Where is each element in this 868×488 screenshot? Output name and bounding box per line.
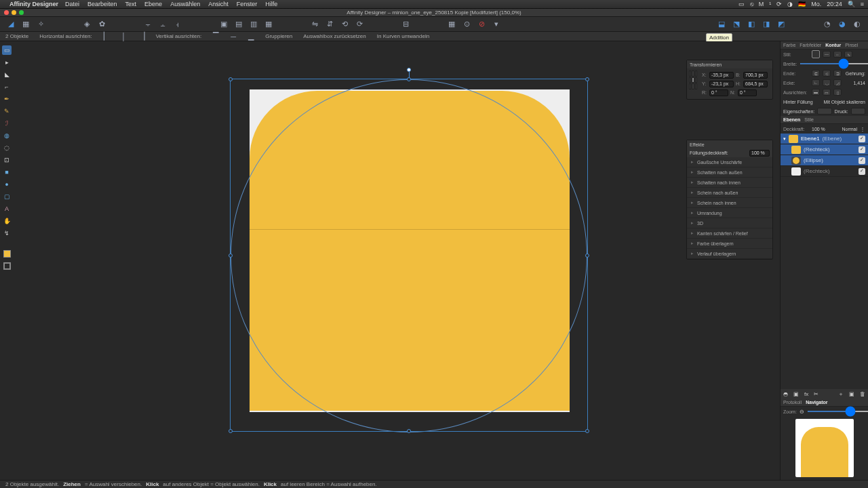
fill-tool[interactable]: ◍ [2, 131, 12, 140]
snap-grid-icon[interactable]: ▦ [446, 19, 457, 30]
blend-more-icon[interactable]: ⋮ [860, 126, 865, 132]
menu-hilfe[interactable]: Hilfe [265, 1, 277, 7]
scale-with-object-toggle[interactable]: Mit Objekt skalieren [824, 100, 865, 104]
stroke-none[interactable] [812, 50, 820, 58]
join-round[interactable]: ◡ [823, 79, 831, 86]
shape-rounded-body[interactable] [250, 91, 570, 411]
persona-export-icon[interactable]: ✧ [35, 19, 46, 30]
shape-tool[interactable]: ■ [2, 167, 12, 177]
add-layer-icon[interactable]: ＋ [838, 390, 844, 398]
toolbar-icon[interactable]: ◈ [81, 19, 92, 30]
adjustment-icon[interactable]: ▣ [793, 391, 799, 397]
layer-rect-bg[interactable]: (Rechteck) [781, 166, 868, 177]
fx-outer-shadow[interactable]: Schatten nach außen [687, 167, 772, 178]
menu-text[interactable]: Text [125, 1, 137, 7]
boolean-intersect-icon[interactable]: ◧ [746, 19, 757, 30]
view-icon[interactable]: ◔ [822, 19, 833, 30]
pan-tool[interactable]: ✋ [2, 216, 12, 226]
handle-sw[interactable] [229, 429, 233, 433]
zoom-out-icon[interactable]: ⊖ [800, 409, 804, 415]
menubar-icon[interactable]: ⎋ [750, 1, 753, 7]
stroke-width-slider[interactable] [800, 63, 868, 64]
flip-v-icon[interactable]: ⇵ [324, 19, 335, 30]
transform-h[interactable]: 684,5 px [743, 81, 768, 87]
align-center-icon[interactable]: ⫠ [157, 19, 168, 30]
tab-navigator[interactable]: Navigator [806, 400, 827, 405]
behind-fill-toggle[interactable]: Hinter Füllung [783, 100, 813, 104]
fx-inner-shadow[interactable]: Schatten nach innen [687, 178, 772, 188]
stroke-properties[interactable] [817, 108, 831, 115]
layer-ebene1[interactable]: ▾ Ebene1 (Ebene) [781, 134, 868, 144]
anchor-grid[interactable] [689, 70, 697, 89]
tab-protokoll[interactable]: Protokoll [783, 400, 802, 405]
menu-fenster[interactable]: Fenster [237, 1, 258, 7]
fill-swatch[interactable] [2, 249, 12, 258]
transform-s[interactable]: 0 ° [738, 89, 757, 96]
rotate-ccw-icon[interactable]: ⟲ [339, 19, 350, 30]
layer-opacity[interactable]: 100 % [812, 127, 825, 131]
menubar-icon[interactable]: ⟳ [776, 1, 782, 7]
rotation-handle[interactable] [407, 68, 411, 72]
align-right-icon[interactable]: ⫞ [172, 19, 183, 30]
menu-icon[interactable]: ≡ [861, 1, 864, 7]
effects-panel[interactable]: Effekte Füllungsdeckkraft: 100 % Gaußsch… [686, 140, 773, 260]
arrange-backward-icon[interactable]: ▤ [233, 19, 244, 30]
visibility-check[interactable] [859, 168, 865, 175]
tab-kontur[interactable]: Kontur [825, 43, 841, 47]
halign-left-icon[interactable]: ▏ [103, 33, 110, 40]
ellipse-tool[interactable]: ● [2, 180, 12, 189]
valign-mid-icon[interactable]: ─ [230, 33, 237, 40]
layer-ellipse[interactable]: (Ellipse) [781, 155, 868, 166]
boolean-xor-icon[interactable]: ◨ [761, 19, 772, 30]
visibility-check[interactable] [859, 157, 865, 164]
crop-tool[interactable]: ⊡ [2, 155, 12, 165]
snap-icon[interactable]: ⊙ [461, 19, 472, 30]
transform-y[interactable]: -23,1 px [709, 81, 734, 87]
handle-s[interactable] [407, 429, 411, 433]
transparency-tool[interactable]: ◌ [2, 143, 12, 152]
menu-datei[interactable]: Datei [65, 1, 79, 7]
mask-icon[interactable]: ◓ [783, 391, 788, 397]
zoom-slider[interactable] [807, 411, 868, 412]
arrange-forward-icon[interactable]: ▥ [248, 19, 259, 30]
spotlight-icon[interactable]: 🔍 [848, 1, 855, 7]
persona-designer-icon[interactable]: ◢ [5, 19, 16, 30]
fx-outline[interactable]: Umrandung [687, 208, 772, 218]
artboard-tool[interactable]: ▸ [2, 58, 12, 67]
flip-h-icon[interactable]: ⇋ [309, 19, 320, 30]
layer-rect[interactable]: (Rechteck) [781, 144, 868, 155]
crop-mask-icon[interactable]: ✂ [814, 391, 818, 397]
menu-ansicht[interactable]: Ansicht [208, 1, 229, 7]
valign-bot-icon[interactable]: ▁ [248, 33, 254, 40]
handle-e[interactable] [585, 253, 589, 258]
toolbar-icon[interactable]: ✿ [96, 19, 107, 30]
tab-stile[interactable]: Stile [804, 117, 814, 122]
canvas[interactable]: Transformieren X: -35,3 px B: 700,3 px Y… [14, 41, 780, 480]
tab-pinsel[interactable]: Pinsel [845, 43, 858, 47]
snap-icon[interactable]: ▾ [491, 19, 502, 30]
visibility-check[interactable] [859, 136, 865, 142]
fx-outer-glow[interactable]: Schein nach außen [687, 188, 772, 198]
handle-w[interactable] [229, 253, 233, 258]
cap-butt[interactable]: ⊏ [812, 70, 820, 77]
boolean-divide-icon[interactable]: ◩ [776, 19, 787, 30]
join-miter[interactable]: ∟ [812, 79, 820, 86]
persona-pixel-icon[interactable]: ▦ [20, 19, 31, 30]
stroke-swatch[interactable] [2, 261, 12, 270]
reset-selection-box[interactable]: Auswahlbox zurücksetzen [303, 33, 366, 39]
navigator-preview[interactable] [795, 419, 854, 477]
menubar-icon[interactable]: ▭ [738, 1, 745, 7]
menubar-icon[interactable]: ¹ [769, 1, 771, 7]
halign-center-icon[interactable]: │ [121, 33, 127, 40]
menu-bearbeiten[interactable]: Bearbeiten [87, 1, 117, 7]
align-center[interactable]: ▬ [812, 89, 820, 96]
fill-opacity-value[interactable]: 100 % [749, 150, 770, 157]
disclosure-icon[interactable]: ▾ [783, 136, 786, 142]
view-icon[interactable]: ◕ [837, 19, 848, 30]
view-icon[interactable]: ◐ [852, 19, 863, 30]
group-icon[interactable]: ▣ [849, 391, 854, 397]
pencil-tool[interactable]: ✎ [2, 106, 12, 116]
fx-bevel[interactable]: Kanten schärfen / Relief [687, 228, 772, 239]
transform-panel[interactable]: Transformieren X: -35,3 px B: 700,3 px Y… [686, 60, 773, 100]
arrange-back-icon[interactable]: ▣ [218, 19, 229, 30]
